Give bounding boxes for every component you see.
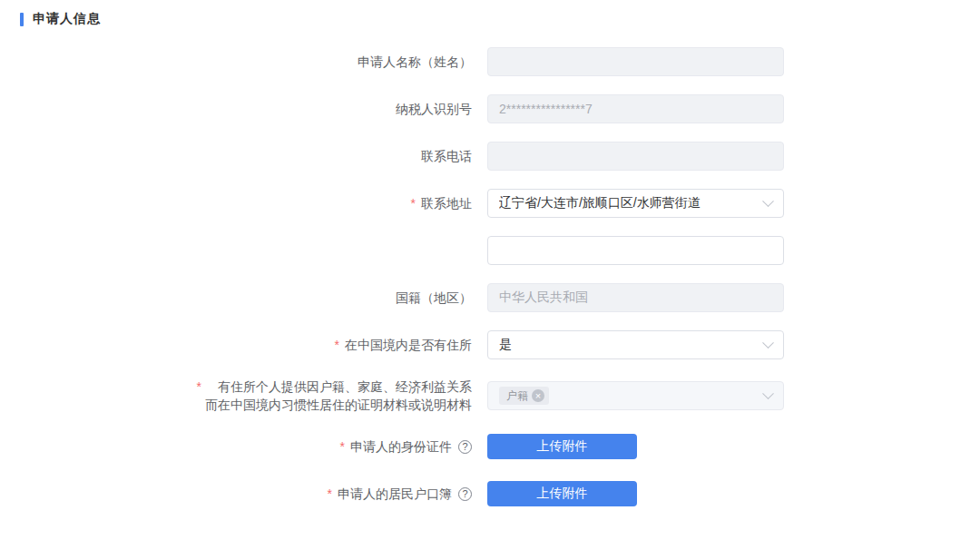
has-domicile-select[interactable]: 是 [487,330,784,359]
residence-proof-select: 户籍 × [487,381,784,410]
form-row-contact-address: * 联系地址 辽宁省/大连市/旅顺口区/水师营街道 [0,189,799,218]
applicant-name-input [487,47,784,76]
upload-household-register-button[interactable]: 上传附件 [487,481,637,506]
help-icon[interactable]: ? [458,440,472,454]
form-row-taxpayer-id: 纳税人识别号 [0,94,799,123]
required-marker: * [411,194,416,212]
tag-close-icon: × [532,389,544,402]
help-icon[interactable]: ? [458,487,472,501]
required-marker: * [335,336,339,354]
form-row-applicant-name: 申请人名称（姓名） [0,47,799,76]
applicant-name-label: 申请人名称（姓名） [0,53,487,71]
required-marker: * [328,485,332,503]
upload-id-document-button[interactable]: 上传附件 [487,434,637,459]
form-row-contact-phone: 联系电话 [0,142,799,171]
form-row-nationality: 国籍（地区） [0,283,799,312]
contact-phone-label: 联系电话 [0,147,487,165]
form-row-id-document-upload: * 申请人的身份证件 ? 上传附件 [0,432,799,461]
chevron-down-icon [762,195,774,207]
has-domicile-label: * 在中国境内是否有住所 [0,336,487,354]
form-row-contact-address-detail [0,236,799,265]
chevron-down-icon [762,337,774,349]
required-marker: * [197,378,201,396]
applicant-form: 申请人名称（姓名） 纳税人识别号 联系电话 [0,47,799,526]
residence-proof-label: * 有住所个人提供因户籍、家庭、经济利益关系 而在中国境内习惯性居住的证明材料或… [0,378,487,414]
applicant-info-page: 申请人信息 申请人名称（姓名） 纳税人识别号 联系电话 [0,0,980,540]
nationality-label: 国籍（地区） [0,289,487,307]
section-title: 申请人信息 [33,11,101,27]
form-row-has-domicile: * 在中国境内是否有住所 是 [0,330,799,359]
form-row-residence-proof: * 有住所个人提供因户籍、家庭、经济利益关系 而在中国境内习惯性居住的证明材料或… [0,378,799,414]
contact-address-label: * 联系地址 [0,194,487,212]
contact-phone-input [487,142,784,171]
taxpayer-id-label: 纳税人识别号 [0,100,487,118]
household-register-label: * 申请人的居民户口簿 ? [0,485,487,503]
section-header: 申请人信息 [20,11,101,27]
contact-address-select[interactable]: 辽宁省/大连市/旅顺口区/水师营街道 [487,189,784,218]
form-row-household-register-upload: * 申请人的居民户口簿 ? 上传附件 [0,479,799,508]
id-document-label: * 申请人的身份证件 ? [0,437,487,456]
required-marker: * [340,437,345,456]
nationality-input [487,283,784,312]
taxpayer-id-input [487,94,784,123]
selected-tag: 户籍 × [499,387,549,405]
contact-address-detail-input[interactable] [487,236,784,265]
section-accent-bar [20,13,24,26]
chevron-down-icon [762,388,774,399]
